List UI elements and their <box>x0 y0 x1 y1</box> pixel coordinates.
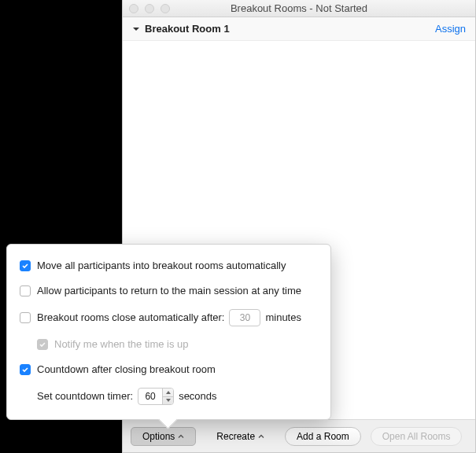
open-all-rooms-label: Open All Rooms <box>382 431 451 442</box>
options-popover: Move all participants into breakout room… <box>6 244 331 420</box>
option-auto-close[interactable]: Breakout rooms close automatically after… <box>20 309 318 326</box>
close-window-button[interactable] <box>129 4 138 13</box>
room-header: Breakout Room 1 Assign <box>123 17 475 41</box>
stepper-down-icon[interactable] <box>163 397 173 405</box>
open-all-rooms-button: Open All Rooms <box>371 427 463 446</box>
auto-close-minutes-input[interactable]: 30 <box>229 309 260 326</box>
countdown-seconds-value: 60 <box>138 389 162 403</box>
option-auto-move[interactable]: Move all participants into breakout room… <box>20 259 318 273</box>
recreate-button-label: Recreate <box>216 431 255 442</box>
checkbox-allow-return[interactable] <box>20 285 31 296</box>
option-auto-close-label-after: minutes <box>265 311 301 325</box>
stepper-arrows[interactable] <box>162 389 173 404</box>
add-room-button-label: Add a Room <box>297 431 349 442</box>
window-title: Breakout Rooms - Not Started <box>123 2 475 14</box>
option-allow-return-label: Allow participants to return to the main… <box>37 284 301 298</box>
recreate-button[interactable]: Recreate <box>205 427 275 446</box>
option-notify: Notify me when the time is up <box>37 337 318 352</box>
option-auto-close-label-before: Breakout rooms close automatically after… <box>37 311 224 325</box>
option-countdown-label: Countdown after closing breakout room <box>37 363 216 377</box>
checkbox-countdown[interactable] <box>20 364 31 375</box>
assign-link[interactable]: Assign <box>435 23 466 35</box>
collapse-room-toggle[interactable] <box>132 25 140 33</box>
minimize-window-button[interactable] <box>145 4 154 13</box>
chevron-up-icon <box>178 433 184 440</box>
option-countdown[interactable]: Countdown after closing breakout room <box>20 363 318 377</box>
add-room-button[interactable]: Add a Room <box>285 427 361 446</box>
option-countdown-timer: Set countdown timer: 60 seconds <box>37 388 318 405</box>
option-allow-return[interactable]: Allow participants to return to the main… <box>20 284 318 298</box>
room-name: Breakout Room 1 <box>145 23 230 35</box>
footer-toolbar: Options Recreate Add a Room Open All Roo… <box>123 419 475 452</box>
stepper-up-icon[interactable] <box>163 389 173 397</box>
zoom-window-button[interactable] <box>161 4 170 13</box>
chevron-up-icon <box>258 433 264 440</box>
checkbox-auto-move[interactable] <box>20 260 31 271</box>
window-controls <box>123 4 170 13</box>
titlebar: Breakout Rooms - Not Started <box>123 0 475 17</box>
options-button-label: Options <box>142 431 175 442</box>
countdown-seconds-stepper[interactable]: 60 <box>138 388 174 405</box>
countdown-timer-label-before: Set countdown timer: <box>37 389 133 403</box>
checkbox-notify <box>37 339 48 350</box>
checkbox-auto-close[interactable] <box>20 312 31 323</box>
options-button[interactable]: Options <box>131 427 196 446</box>
countdown-timer-label-after: seconds <box>179 389 216 403</box>
option-auto-move-label: Move all participants into breakout room… <box>37 259 286 273</box>
option-notify-label: Notify me when the time is up <box>54 337 189 352</box>
